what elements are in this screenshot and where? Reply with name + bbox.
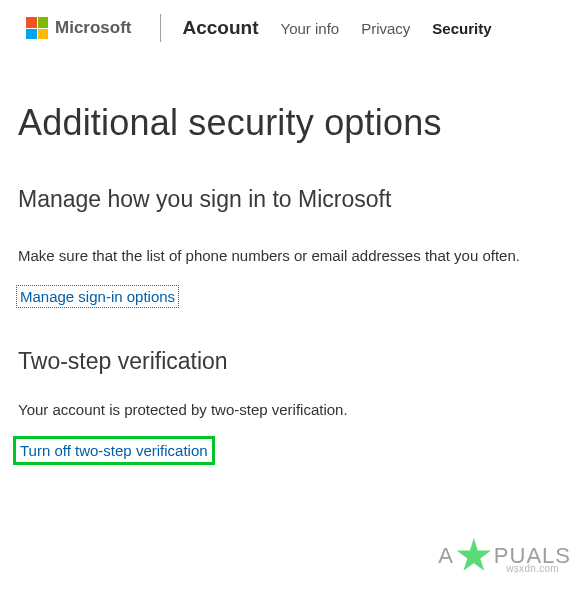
section-two-step-title: Two-step verification	[18, 348, 563, 375]
manage-signin-options-link[interactable]: Manage sign-in options	[18, 287, 177, 306]
turn-off-two-step-link[interactable]: Turn off two-step verification	[18, 441, 210, 460]
section-two-step: Two-step verification Your account is pr…	[0, 348, 581, 460]
watermark-text-before: A	[438, 543, 454, 569]
header-divider	[160, 14, 161, 42]
nav-link-security[interactable]: Security	[432, 20, 491, 37]
microsoft-logo-icon	[26, 17, 48, 39]
nav-account-label[interactable]: Account	[183, 17, 259, 39]
nav-link-privacy[interactable]: Privacy	[361, 20, 410, 37]
microsoft-logo-text: Microsoft	[55, 18, 132, 38]
section-two-step-body: Your account is protected by two-step ve…	[18, 399, 563, 421]
watermark: A PUALS wsxdn.com	[438, 538, 571, 574]
section-signin: Manage how you sign in to Microsoft Make…	[0, 186, 581, 306]
nav-link-your-info[interactable]: Your info	[281, 20, 340, 37]
section-signin-body: Make sure that the list of phone numbers…	[18, 245, 563, 267]
microsoft-logo[interactable]: Microsoft	[26, 17, 132, 39]
section-signin-title: Manage how you sign in to Microsoft	[18, 186, 563, 213]
header-bar: Microsoft Account Your info Privacy Secu…	[0, 0, 581, 56]
header-nav: Account Your info Privacy Security	[183, 17, 492, 39]
watermark-sub: wsxdn.com	[506, 563, 559, 574]
star-icon	[456, 538, 492, 574]
page-title: Additional security options	[0, 56, 581, 144]
